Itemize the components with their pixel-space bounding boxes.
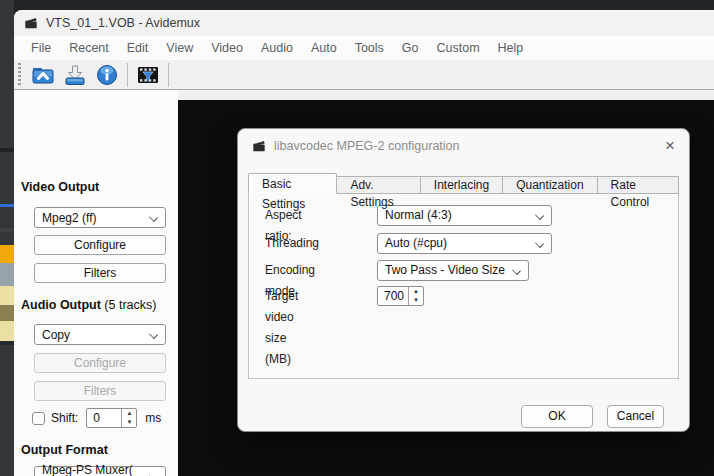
menu-auto[interactable]: Auto <box>302 36 346 60</box>
tab-quantization[interactable]: Quantization <box>503 176 597 194</box>
desktop-top-edge <box>0 0 714 10</box>
aspect-ratio-select[interactable]: Normal (4:3) <box>377 205 552 226</box>
toolbar-separator <box>127 63 128 87</box>
video-codec-select[interactable]: Mpeg2 (ff) <box>34 207 166 228</box>
chevron-down-icon <box>535 211 544 220</box>
menu-recent[interactable]: Recent <box>60 36 118 60</box>
timeline-sliver-band <box>0 148 14 152</box>
audio-filters-button: Filters <box>34 381 166 401</box>
timeline-sliver-band <box>0 228 14 232</box>
spin-arrows: ▲ ▼ <box>121 409 136 427</box>
spin-arrows: ▲ ▼ <box>408 287 423 305</box>
tab-content-pane: Aspect ratio: Normal (4:3) Threading Aut… <box>248 193 679 379</box>
menu-tools[interactable]: Tools <box>346 36 393 60</box>
video-output-heading: Video Output <box>21 180 99 194</box>
spin-down-icon[interactable]: ▼ <box>409 296 423 305</box>
dialog-tab-bar: Basic Settings Adv. Settings Interlacing… <box>248 173 679 194</box>
target-size-label: Target video size (MB) <box>265 286 298 370</box>
tab-interlacing[interactable]: Interlacing <box>421 176 503 194</box>
dialog-clapperboard-icon <box>252 139 266 153</box>
window-titlebar: VTS_01_1.VOB - Avidemux <box>14 10 714 36</box>
menu-bar: File Recent Edit View Video Audio Auto T… <box>14 36 714 60</box>
open-video-icon[interactable] <box>29 62 57 88</box>
menu-go[interactable]: Go <box>393 36 428 60</box>
chevron-down-icon <box>535 239 544 248</box>
save-video-icon[interactable] <box>61 62 89 88</box>
chevron-down-icon <box>149 330 158 339</box>
video-filters-button[interactable]: Filters <box>34 263 166 283</box>
timeline-sliver-band <box>0 341 14 345</box>
audio-output-heading: Audio Output (5 tracks) <box>21 298 156 312</box>
menu-edit[interactable]: Edit <box>118 36 158 60</box>
tab-basic-settings[interactable]: Basic Settings <box>248 173 337 194</box>
menu-audio[interactable]: Audio <box>252 36 302 60</box>
audio-shift-row: Shift: 0 ▲ ▼ ms <box>32 408 161 428</box>
thumbnail-sliver <box>0 305 14 321</box>
dialog-title: libavcodec MPEG-2 configuration <box>274 139 460 153</box>
threading-select[interactable]: Auto (#cpu) <box>377 233 552 254</box>
audio-tracks-count: (5 tracks) <box>104 298 156 312</box>
menu-help[interactable]: Help <box>489 36 533 60</box>
encoding-mode-value: Two Pass - Video Size <box>385 263 505 277</box>
video-configure-button[interactable]: Configure <box>34 235 166 255</box>
shift-checkbox[interactable] <box>32 412 45 425</box>
menu-video[interactable]: Video <box>202 36 252 60</box>
toolbar-drag-handle[interactable] <box>18 63 21 87</box>
close-icon[interactable]: × <box>665 136 675 156</box>
shift-unit-label: ms <box>145 411 161 425</box>
cancel-button[interactable]: Cancel <box>607 405 664 428</box>
muxer-value: Mpeg-PS Muxer( ff) <box>42 463 145 476</box>
shift-spinbox[interactable]: 0 ▲ ▼ <box>86 408 137 428</box>
spin-up-icon[interactable]: ▲ <box>409 287 423 296</box>
tab-rate-control[interactable]: Rate Control <box>598 176 679 194</box>
desktop-left-edge <box>0 0 14 476</box>
mpeg2-configuration-dialog: libavcodec MPEG-2 configuration × Basic … <box>237 128 690 432</box>
output-sidebar: Video Output Mpeg2 (ff) Configure Filter… <box>14 90 178 476</box>
audio-codec-select[interactable]: Copy <box>34 324 166 345</box>
output-format-heading: Output Format <box>21 443 108 457</box>
shift-value[interactable]: 0 <box>87 409 121 427</box>
encoding-mode-select[interactable]: Two Pass - Video Size <box>377 260 529 281</box>
target-size-value[interactable]: 700 <box>378 287 408 305</box>
chevron-down-icon <box>149 472 158 476</box>
thumbnail-sliver <box>0 245 14 263</box>
toolbar-separator <box>168 63 169 87</box>
threading-value: Auto (#cpu) <box>385 236 447 250</box>
timeline-sliver-band <box>0 204 14 207</box>
menu-custom[interactable]: Custom <box>428 36 489 60</box>
video-filters-icon[interactable] <box>134 62 162 88</box>
menu-view[interactable]: View <box>157 36 202 60</box>
thumbnail-sliver <box>0 263 14 286</box>
audio-configure-button: Configure <box>34 353 166 373</box>
information-icon[interactable] <box>93 62 121 88</box>
toolbar <box>14 60 714 90</box>
window-title: VTS_01_1.VOB - Avidemux <box>46 16 200 30</box>
spin-down-icon[interactable]: ▼ <box>122 418 136 427</box>
ok-button[interactable]: OK <box>521 405 593 428</box>
threading-label: Threading <box>265 233 319 254</box>
shift-label: Shift: <box>51 411 78 425</box>
chevron-down-icon <box>149 213 158 222</box>
audio-codec-value: Copy <box>42 328 70 342</box>
dialog-titlebar[interactable]: libavcodec MPEG-2 configuration × <box>238 129 689 163</box>
spin-up-icon[interactable]: ▲ <box>122 409 136 418</box>
video-codec-value: Mpeg2 (ff) <box>42 211 96 225</box>
target-size-spinbox[interactable]: 700 ▲ ▼ <box>377 286 424 306</box>
aspect-ratio-value: Normal (4:3) <box>385 208 452 222</box>
tab-adv-settings[interactable]: Adv. Settings <box>337 176 420 194</box>
menu-file[interactable]: File <box>22 36 60 60</box>
thumbnail-sliver <box>0 286 14 305</box>
content-margin <box>178 90 714 100</box>
thumbnail-sliver <box>0 321 14 341</box>
muxer-select[interactable]: Mpeg-PS Muxer( ff) <box>34 466 166 476</box>
app-clapperboard-icon <box>24 16 38 30</box>
chevron-down-icon <box>512 266 521 275</box>
